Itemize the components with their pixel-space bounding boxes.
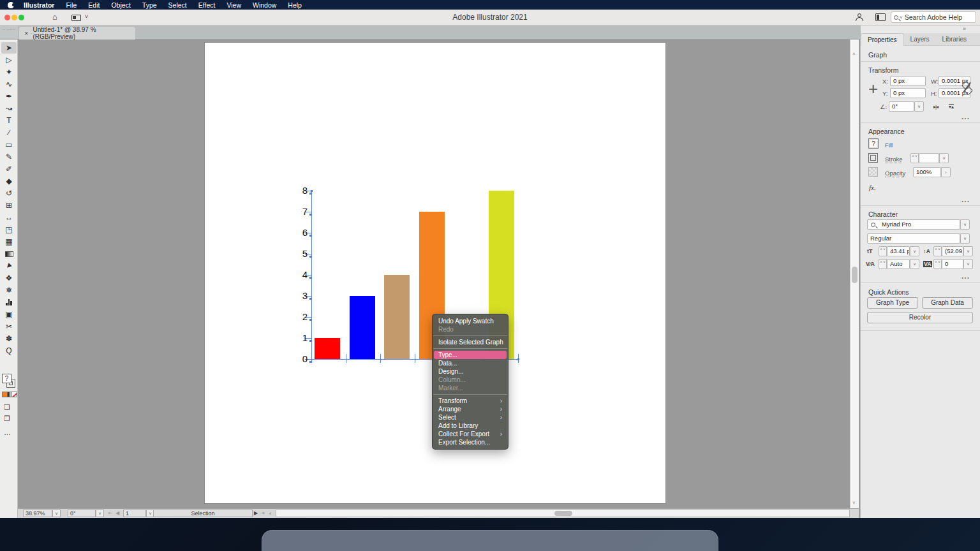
last-artboard-icon[interactable]: ⇥ bbox=[260, 510, 265, 516]
transform-more-icon[interactable]: ... bbox=[961, 112, 970, 121]
artboard-tool[interactable]: ▣ bbox=[1, 309, 17, 320]
menu-item-illustrator[interactable]: Illustrator bbox=[18, 1, 60, 9]
toolbar-more-icon[interactable]: … bbox=[4, 429, 11, 436]
menu-item-file[interactable]: File bbox=[60, 1, 82, 9]
horizontal-scrollbar[interactable] bbox=[276, 510, 850, 517]
stroke-link[interactable]: Stroke bbox=[885, 156, 902, 163]
tracking-field[interactable]: 0 bbox=[942, 259, 963, 269]
font-family-chevron-icon[interactable]: ˅ bbox=[960, 219, 970, 230]
stroke-weight-field[interactable] bbox=[919, 153, 939, 163]
font-size-chevron-icon[interactable]: ˅ bbox=[910, 246, 919, 256]
link-dimensions-icon[interactable] bbox=[961, 82, 972, 94]
gradient-swatch-button[interactable] bbox=[8, 392, 13, 397]
zoom-level-field[interactable]: 38.97% bbox=[23, 510, 52, 517]
menu-item-effect[interactable]: Effect bbox=[193, 1, 221, 9]
screen-mode-icon[interactable]: ❐ bbox=[4, 415, 10, 423]
graph-bar-3[interactable] bbox=[384, 275, 410, 359]
rotation-field[interactable]: 0° bbox=[68, 510, 96, 517]
none-swatch-button[interactable] bbox=[12, 392, 17, 397]
appearance-more-icon[interactable]: ... bbox=[961, 195, 970, 204]
context-menu-item-design[interactable]: Design... bbox=[433, 367, 508, 376]
graph-bar-2[interactable] bbox=[350, 296, 375, 359]
scroll-up-icon[interactable]: ˄ bbox=[852, 51, 856, 57]
apple-menu-icon[interactable] bbox=[8, 2, 14, 8]
drawing-modes-icon[interactable]: ❏ bbox=[4, 403, 10, 411]
kerning-field[interactable]: Auto bbox=[887, 259, 910, 269]
search-input[interactable] bbox=[905, 13, 973, 21]
vertical-scroll-thumb[interactable] bbox=[852, 267, 858, 283]
graph-type-button[interactable]: Graph Type bbox=[867, 297, 918, 309]
eraser-tool[interactable]: ◆ bbox=[1, 175, 17, 187]
context-menu-item-collect-for-export[interactable]: Collect For Export› bbox=[433, 430, 508, 438]
font-style-field[interactable]: Regular bbox=[867, 233, 960, 244]
panel-tab-layers[interactable]: Layers bbox=[904, 33, 936, 46]
tools-panel-grip[interactable]: ‥ ‥‥‥ bbox=[0, 26, 18, 40]
help-search-box[interactable]: ˅ bbox=[891, 11, 976, 23]
column-graph-tool[interactable] bbox=[1, 297, 17, 308]
opacity-link[interactable]: Opacity bbox=[885, 170, 905, 177]
reference-point-icon[interactable]: + bbox=[868, 79, 878, 99]
next-artboard-icon[interactable]: ▶ bbox=[254, 510, 258, 516]
macos-dock[interactable] bbox=[262, 530, 718, 551]
context-menu-item-type[interactable]: Type... bbox=[434, 351, 507, 359]
leading-chevron-icon[interactable]: ˅ bbox=[963, 246, 973, 256]
eyedropper-tool[interactable]: ▼ bbox=[1, 260, 17, 272]
account-icon[interactable] bbox=[855, 13, 864, 22]
stroke-stepper[interactable]: ˄ ˅ bbox=[910, 153, 919, 163]
panel-collapse-icon[interactable]: » bbox=[963, 26, 966, 32]
first-artboard-icon[interactable]: ⇤ bbox=[108, 510, 113, 516]
free-transform-tool[interactable]: ◳ bbox=[1, 224, 17, 235]
paintbrush-tool[interactable]: ✎ bbox=[1, 151, 17, 163]
context-menu-item-undo-apply-swatch[interactable]: Undo Apply Swatch bbox=[433, 317, 508, 325]
menu-item-view[interactable]: View bbox=[221, 1, 247, 9]
font-size-stepper[interactable]: ˄ ˅ bbox=[879, 246, 887, 256]
rotate-tool[interactable]: ↺ bbox=[1, 187, 17, 199]
tracking-stepper[interactable]: ˄ ˅ bbox=[933, 259, 942, 269]
kerning-stepper[interactable]: ˄ ˅ bbox=[879, 259, 887, 269]
rectangle-tool[interactable]: ▭ bbox=[1, 139, 17, 151]
type-tool[interactable]: T bbox=[1, 115, 17, 126]
rotation-chevron-icon[interactable]: ˅ bbox=[96, 510, 104, 517]
flip-vertical-icon[interactable]: ▾▴ bbox=[949, 104, 954, 109]
line-segment-tool[interactable]: ∕ bbox=[1, 127, 17, 138]
prev-artboard-icon[interactable]: ◀ bbox=[115, 510, 119, 516]
opacity-field[interactable]: 100% bbox=[913, 167, 941, 177]
width-tool[interactable]: ↔ bbox=[1, 212, 17, 223]
horizontal-scroll-thumb[interactable] bbox=[554, 511, 572, 516]
scroll-left-icon[interactable]: ‹ bbox=[269, 510, 271, 517]
artboard-number-field[interactable]: 1 bbox=[123, 510, 146, 517]
color-swatch-button[interactable] bbox=[2, 392, 8, 397]
context-menu-item-arrange[interactable]: Arrange› bbox=[433, 405, 508, 413]
opacity-swatch-icon[interactable] bbox=[868, 167, 878, 177]
pen-tool[interactable]: ✒ bbox=[1, 91, 17, 102]
blend-tool[interactable]: ❖ bbox=[1, 272, 17, 284]
tab-close-icon[interactable]: × bbox=[24, 29, 28, 37]
shaper-tool[interactable]: ✐ bbox=[1, 163, 17, 175]
font-family-field[interactable]: Myriad Pro bbox=[867, 219, 960, 230]
document-tab[interactable]: × Untitled-1* @ 38.97 % (RGB/Preview) bbox=[19, 27, 135, 40]
fill-stroke-indicator[interactable]: ? bbox=[2, 374, 16, 389]
menu-item-type[interactable]: Type bbox=[137, 1, 163, 9]
leading-stepper[interactable]: ˄ ˅ bbox=[933, 246, 942, 256]
zoom-tool[interactable]: Q bbox=[1, 345, 17, 356]
fill-proxy-icon[interactable]: ? bbox=[2, 374, 11, 383]
symbol-sprayer-tool[interactable]: ❅ bbox=[1, 284, 17, 296]
graph-data-button[interactable]: Graph Data bbox=[922, 297, 973, 309]
flip-horizontal-icon[interactable]: ▸|◂ bbox=[933, 104, 938, 110]
menu-item-help[interactable]: Help bbox=[282, 1, 308, 9]
panel-tab-libraries[interactable]: Libraries bbox=[936, 33, 973, 46]
magic-wand-tool[interactable]: ✦ bbox=[1, 66, 17, 78]
menu-item-object[interactable]: Object bbox=[105, 1, 136, 9]
context-menu-item-export-selection[interactable]: Export Selection... bbox=[433, 438, 508, 446]
curvature-tool[interactable]: ↝ bbox=[1, 103, 17, 114]
zoom-chevron-icon[interactable]: ˅ bbox=[52, 510, 61, 517]
canvas-area[interactable]: 012345678 Undo Apply SwatchRedoIsolate S… bbox=[18, 40, 859, 508]
vertical-scrollbar[interactable]: ˄ ˅ bbox=[850, 40, 859, 508]
graph-bar-1[interactable] bbox=[315, 338, 340, 359]
scroll-down-icon[interactable]: ˅ bbox=[852, 500, 856, 506]
panel-tab-properties[interactable]: Properties bbox=[861, 33, 904, 46]
slice-tool[interactable]: ✂ bbox=[1, 321, 17, 332]
selection-tool[interactable]: ➤ bbox=[1, 42, 17, 54]
menu-item-window[interactable]: Window bbox=[247, 1, 282, 9]
mesh-tool[interactable]: ▦ bbox=[1, 236, 17, 247]
